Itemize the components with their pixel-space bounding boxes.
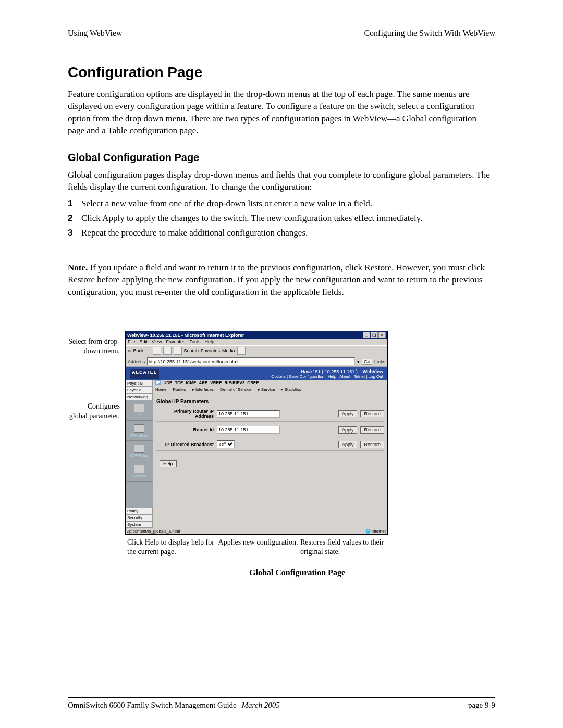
input-router-id[interactable] (217, 426, 280, 434)
apply-button[interactable]: Apply (338, 410, 358, 417)
dropdown-icon[interactable]: ▾ (357, 359, 360, 364)
intro-paragraph: Feature configuration options are displa… (68, 88, 495, 137)
browser-window: Webview- 10.255.11.151 - Microsoft Inter… (125, 331, 388, 535)
nav-ip[interactable]: IP (126, 400, 153, 421)
address-input[interactable] (147, 357, 355, 365)
running-head-right: Configuring the Switch With WebView (364, 29, 495, 38)
brand-logo: ALCATEL (130, 369, 159, 379)
note-body: If you update a field and want to return… (68, 263, 485, 297)
back-button[interactable]: ⇦ Back (128, 348, 144, 353)
note-paragraph: Note. If you update a field and want to … (68, 262, 495, 298)
running-head-left: Using WebView (68, 29, 123, 38)
step-1: Select a new value from one of the drop-… (81, 199, 372, 209)
subsection-title: Global Configuration Page (68, 152, 495, 164)
panel-heading: Global IP Parameters (156, 399, 384, 404)
product-name: WebView (363, 369, 383, 374)
row-router-id: Router Id Apply Restore (156, 426, 384, 434)
nav-udprelay[interactable]: UDP Relay (126, 441, 153, 461)
help-button[interactable]: Help (160, 460, 177, 467)
browser-toolbar[interactable]: ⇦ Back → Search Favorites Media (126, 345, 387, 356)
label-primary-router-ip: Primary Router IP Address (156, 409, 214, 419)
restore-button[interactable]: Restore (360, 410, 384, 417)
subsection-intro: Global configuration pages display drop-… (68, 169, 495, 193)
links-label[interactable]: Links (374, 359, 385, 364)
stop-icon[interactable] (153, 347, 161, 355)
banner-links[interactable]: Options | Save Configuration | Help | Ab… (271, 374, 383, 379)
restore-button[interactable]: Restore (360, 426, 384, 434)
protocol-ribbon[interactable]: IP UDPTCP ICMPARP VRRPRIP/RIPV2 OSPF (153, 380, 387, 386)
nav-policy[interactable]: Policy (126, 508, 153, 514)
step-num-1: 1 (68, 199, 76, 209)
nav-services[interactable]: Services (126, 461, 153, 482)
step-3: Repeat the procedure to make additional … (81, 228, 308, 238)
footer-page: page 9-9 (468, 701, 495, 710)
nav-layer2[interactable]: Layer 2 (126, 387, 153, 393)
nav-system[interactable]: System (126, 521, 153, 528)
input-primary-router-ip[interactable] (217, 410, 280, 418)
device-name: Hawk151 ( 10.255.11.151 ) (301, 369, 358, 374)
restore-button[interactable]: Restore (360, 441, 384, 448)
webview-banner: ALCATEL Hawk151 ( 10.255.11.151 ) WebVie… (126, 367, 387, 380)
history-icon[interactable] (237, 347, 246, 355)
left-nav[interactable]: Physical Layer 2 Networking IP IP Multic… (126, 380, 153, 528)
window-title: Webview- 10.255.11.151 - Microsoft Inter… (127, 332, 244, 338)
media-button[interactable]: Media (222, 348, 235, 353)
label-router-id: Router Id (156, 427, 214, 433)
breadcrumb[interactable]: Home Routes ▸ Interfaces Denial of Servi… (153, 386, 387, 393)
step-num-3: 3 (68, 228, 76, 238)
apply-button[interactable]: Apply (338, 441, 358, 448)
step-2: Click Apply to apply the changes to the … (81, 213, 422, 224)
status-path: /ip/content/ip_globals_a.html (127, 529, 180, 534)
figure-title: Global Configuration Page (99, 568, 495, 577)
footer-left: OmniSwitch 6600 Family Switch Management… (68, 701, 237, 709)
status-zone: 🌐 Internet (365, 529, 386, 534)
row-primary-router-ip: Primary Router IP Address Apply Restore (156, 409, 384, 419)
nav-physical[interactable]: Physical (126, 380, 153, 387)
annotation-global: Configures global parameter. (68, 402, 120, 421)
address-label: Address (128, 359, 145, 364)
select-ip-directed-broadcast[interactable]: Off (217, 440, 235, 448)
nav-networking[interactable]: Networking (126, 393, 153, 400)
nav-ipmulticast[interactable]: IP Multicast (126, 421, 153, 441)
status-bar: /ip/content/ip_globals_a.html 🌐 Internet (126, 528, 387, 534)
footer-date: March 2005 (241, 701, 279, 709)
page-title: Configuration Page (68, 64, 495, 81)
apply-button[interactable]: Apply (338, 426, 358, 434)
divider (68, 310, 495, 310)
window-controls[interactable]: _▢× (362, 332, 386, 338)
go-button[interactable]: Go (362, 359, 372, 365)
browser-menubar[interactable]: FileEditViewFavoritesToolsHelp (126, 339, 387, 345)
favorites-button[interactable]: Favorites (201, 348, 220, 353)
nav-security[interactable]: Security (126, 514, 153, 521)
step-num-2: 2 (68, 213, 76, 224)
caption-apply: Applies new configuration. (218, 538, 298, 557)
search-button[interactable]: Search (184, 348, 199, 353)
caption-restore: Restores field values to their original … (300, 538, 389, 557)
caption-help: Click Help to display help for the curre… (127, 538, 216, 557)
label-ip-directed-broadcast: IP Directed Broadcast (156, 442, 214, 447)
refresh-icon[interactable] (163, 347, 172, 355)
note-label: Note. (68, 263, 88, 273)
annotation-dropdown: Select from drop-down menu. (68, 337, 120, 356)
divider (68, 250, 495, 250)
home-icon[interactable] (174, 347, 182, 355)
row-ip-directed-broadcast: IP Directed Broadcast Off Apply Restore (156, 440, 384, 448)
